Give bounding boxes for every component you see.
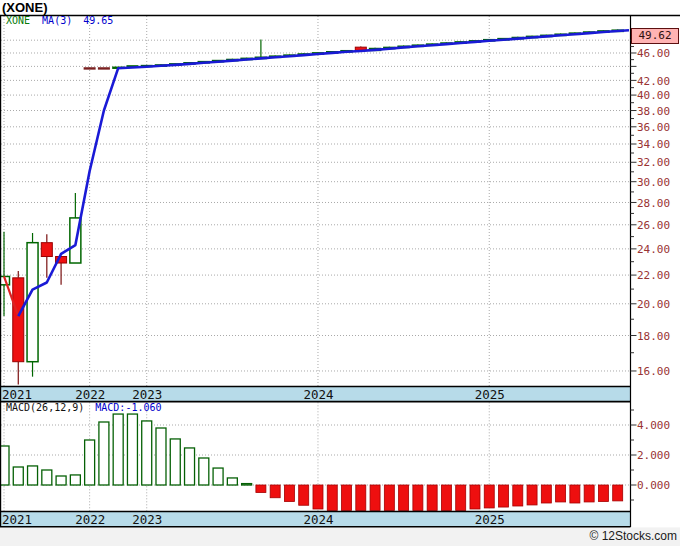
legend-ma-value: 49.65: [83, 15, 113, 26]
y-axis-label: 24.00: [637, 243, 670, 256]
y-axis-label: 42.00: [637, 75, 670, 88]
candle-down: [41, 243, 52, 257]
macd-bar-positive: [170, 439, 180, 485]
y-axis-label: 30.00: [637, 176, 670, 189]
macd-bar-positive: [99, 422, 109, 485]
watermark: © 12Stocks.com: [589, 529, 677, 543]
macd-bar-negative: [342, 485, 352, 511]
legend-ma-label: MA(3): [42, 15, 72, 26]
macd-bar-negative: [384, 485, 394, 511]
y-axis-label: 18.00: [637, 330, 670, 343]
macd-bar-negative: [399, 485, 409, 511]
macd-params: MACD(26,12,9): [6, 402, 84, 413]
macd-bar-positive: [213, 468, 223, 485]
year-label-bottom: 2025: [475, 512, 505, 527]
macd-bar-positive: [56, 476, 66, 485]
macd-bar-positive: [242, 484, 252, 485]
macd-bar-negative: [456, 485, 466, 511]
macd-bar-positive: [199, 458, 209, 485]
y-axis-label: 40.00: [637, 89, 670, 102]
macd-bar-positive: [28, 466, 38, 485]
ma-line: [18, 30, 629, 316]
macd-bar-negative: [313, 485, 323, 509]
macd-bar-positive: [156, 428, 166, 485]
bottom-strip: [0, 527, 680, 546]
macd-bar-positive: [42, 470, 52, 485]
year-label-middle: 2025: [475, 387, 505, 402]
candle-down: [13, 278, 24, 362]
y-axis-label: 46.00: [637, 47, 670, 60]
flat-candle: [84, 67, 96, 69]
main-chart-legend: XONEMA(3)49.65: [6, 15, 113, 26]
macd-bar-positive: [113, 414, 123, 485]
macd-bar-negative: [327, 485, 337, 511]
y-axis-label: 34.00: [637, 138, 670, 151]
y-axis-label: 38.00: [637, 105, 670, 118]
chart-svg: 16.0018.0020.0022.0024.0026.0028.0030.00…: [0, 0, 680, 546]
macd-bar-positive: [0, 446, 9, 485]
year-label-middle: 2024: [303, 387, 333, 402]
year-label-bottom: 2021: [2, 512, 32, 527]
macd-bar-positive: [85, 440, 95, 485]
macd-bar-negative: [584, 485, 594, 502]
macd-bar-positive: [70, 475, 80, 485]
macd-bar-positive: [142, 421, 152, 485]
macd-bar-negative: [413, 485, 423, 511]
macd-bar-negative: [441, 485, 451, 511]
legend-symbol: XONE: [6, 15, 30, 26]
macd-bar-negative: [484, 485, 494, 508]
macd-axis-label: 4.000: [637, 419, 670, 432]
flat-candle: [98, 67, 110, 69]
macd-legend: MACD(26,12,9)MACD:-1.060: [6, 402, 162, 413]
macd-bar-negative: [299, 485, 309, 505]
macd-bar-positive: [127, 414, 137, 485]
macd-bar-positive: [185, 448, 195, 485]
year-label-bottom: 2023: [132, 512, 162, 527]
year-label-middle: 2022: [75, 387, 105, 402]
year-label-bottom: 2022: [75, 512, 105, 527]
macd-bar-negative: [470, 485, 480, 509]
y-axis-label: 36.00: [637, 121, 670, 134]
y-axis-label: 20.00: [637, 298, 670, 311]
candle-up: [27, 243, 38, 362]
macd-bar-negative: [570, 485, 580, 503]
year-label-bottom: 2024: [303, 512, 333, 527]
y-axis-label: 16.00: [637, 365, 670, 378]
macd-bar-negative: [513, 485, 523, 506]
macd-axis-label: 2.000: [637, 449, 670, 462]
macd-bar-negative: [598, 485, 608, 502]
macd-axis-label: 0.000: [637, 479, 670, 492]
macd-last-value: MACD:-1.060: [95, 402, 161, 413]
macd-bar-negative: [284, 485, 294, 502]
macd-bar-negative: [556, 485, 566, 502]
y-axis-label: 28.00: [637, 197, 670, 210]
macd-bar-negative: [370, 485, 380, 511]
chart-title: (XONE): [2, 0, 48, 15]
macd-bar-negative: [256, 485, 266, 493]
macd-bar-positive: [227, 478, 237, 485]
macd-bar-negative: [541, 485, 551, 503]
stock-chart-page: 16.0018.0020.0022.0024.0026.0028.0030.00…: [0, 0, 680, 546]
y-axis-label: 26.00: [637, 219, 670, 232]
y-axis-label: 32.00: [637, 156, 670, 169]
macd-bar-negative: [527, 485, 537, 505]
macd-bar-negative: [270, 485, 280, 498]
year-label-middle: 2023: [132, 387, 162, 402]
last-price-tag: 49.62: [631, 28, 679, 44]
macd-bar-negative: [427, 485, 437, 511]
macd-bar-positive: [13, 467, 23, 485]
macd-bar-negative: [356, 485, 366, 511]
y-axis-label: 22.00: [637, 269, 670, 282]
macd-bar-negative: [499, 485, 509, 507]
year-label-middle: 2021: [2, 387, 32, 402]
macd-bar-negative: [613, 485, 623, 501]
